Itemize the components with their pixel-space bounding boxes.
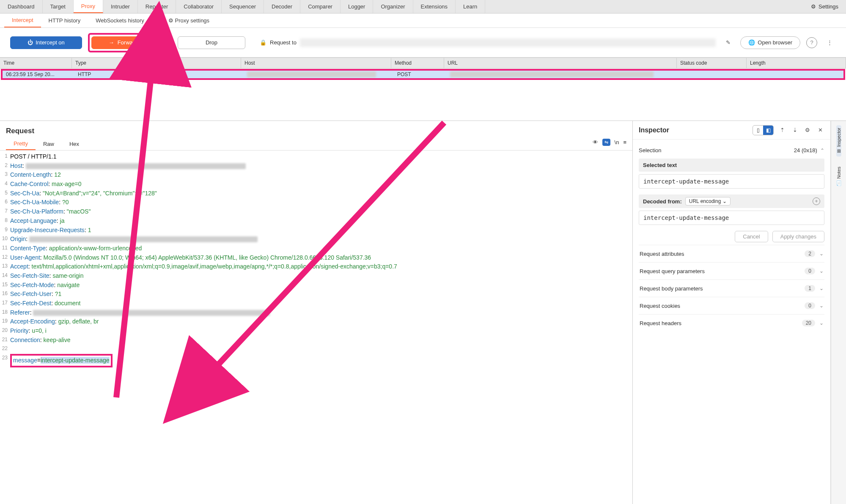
th-direction[interactable]: Direction [146, 58, 241, 68]
hamburger-icon[interactable]: ≡ [623, 139, 626, 145]
drop-button[interactable]: Drop [178, 36, 245, 49]
rail-inspector-tab[interactable]: ⊞ Inspector [836, 125, 841, 156]
arrow-right-icon: → [109, 39, 114, 46]
subtab-intercept[interactable]: Intercept [4, 14, 41, 27]
gear-icon[interactable]: ⚙ [803, 124, 812, 137]
layout-toggle[interactable]: ▯◧ [753, 125, 774, 135]
table-row[interactable]: 06:23:59 15 Sep 20... HTTP Request POST [1, 69, 845, 80]
forward-label: Forward [118, 39, 138, 46]
request-to-label: Request to [270, 39, 297, 46]
inspector-section-request-attributes[interactable]: Request attributes2⌄ [639, 245, 824, 262]
kebab-menu-icon[interactable]: ⋮ [823, 36, 836, 49]
table-body: 06:23:59 15 Sep 20... HTTP Request POST [0, 69, 846, 80]
open-browser-button[interactable]: 🌐 Open browser [740, 36, 800, 49]
tab-comparer[interactable]: Comparer [300, 0, 341, 13]
globe-icon: 🌐 [748, 39, 755, 46]
expand-down-icon[interactable]: ⇣ [791, 124, 799, 137]
settings-button[interactable]: ⚙Settings [803, 0, 846, 13]
power-icon: ⏻ [27, 39, 33, 46]
tab-target[interactable]: Target [43, 0, 74, 13]
inspector-rail-icon: ⊞ [837, 148, 841, 154]
chevron-down-icon: ⌄ [819, 303, 824, 309]
apply-changes-button[interactable]: Apply changes [772, 231, 824, 242]
side-rail: ⊞ Inspector 📄 Notes [831, 121, 846, 504]
intercept-queue-table: TimeTypeDirectionHostMethodURLStatus cod… [0, 58, 846, 121]
tab-intruder[interactable]: Intruder [103, 0, 138, 13]
help-icon[interactable]: ? [806, 37, 817, 48]
main-tab-bar: DashboardTargetProxyIntruderRepeaterColl… [0, 0, 846, 14]
request-tab-hex[interactable]: Hex [62, 138, 87, 150]
gear-icon: ⚙ [168, 17, 173, 24]
chevron-down-icon: ⌄ [159, 39, 164, 46]
chevron-down-icon: ⌄ [722, 198, 727, 204]
th-status-code[interactable]: Status code [677, 58, 747, 68]
rail-notes-tab[interactable]: 📄 Notes [836, 164, 842, 189]
forward-highlight: → Forward ⌄ [88, 33, 172, 52]
inspector-panel: Inspector ▯◧ ⇡ ⇣ ⚙ ✕ Selection 24 (0x18)… [633, 121, 831, 504]
inspector-section-request-headers[interactable]: Request headers20⌄ [639, 314, 824, 331]
cell-time: 06:23:59 15 Sep 20... [3, 71, 74, 78]
tab-learn[interactable]: Learn [456, 0, 485, 13]
th-time[interactable]: Time [0, 58, 72, 68]
intercept-toggle-button[interactable]: ⏻ Intercept on [10, 36, 82, 49]
tab-logger[interactable]: Logger [341, 0, 373, 13]
tab-sequencer[interactable]: Sequencer [222, 0, 264, 13]
request-editor[interactable]: 1POST / HTTP/1.12Host: 3Content-Length: … [0, 151, 632, 504]
cell-direction: Request [148, 71, 244, 78]
newline-icon[interactable]: \n [615, 139, 619, 145]
cell-length [749, 71, 843, 78]
chevron-down-icon: ⌄ [819, 251, 824, 257]
add-decode-icon[interactable]: + [813, 197, 820, 205]
table-header: TimeTypeDirectionHostMethodURLStatus cod… [0, 58, 846, 68]
request-title: Request [0, 121, 632, 138]
subtab-websockets-history[interactable]: WebSockets history [88, 14, 152, 27]
wrap-toggle[interactable]: ⇋ [602, 139, 610, 146]
proxy-settings-link[interactable]: ⚙ Proxy settings [161, 14, 217, 27]
selection-label: Selection [639, 147, 661, 153]
chevron-down-icon: ⌄ [819, 285, 824, 291]
tab-organizer[interactable]: Organizer [373, 0, 413, 13]
eye-off-icon[interactable]: 👁 [593, 139, 598, 145]
proxy-sub-tabs: InterceptHTTP historyWebSockets history⚙… [0, 14, 846, 28]
tab-extensions[interactable]: Extensions [413, 0, 456, 13]
th-type[interactable]: Type [72, 58, 146, 68]
th-length[interactable]: Length [747, 58, 846, 68]
request-host-redacted [300, 38, 716, 47]
open-browser-label: Open browser [758, 39, 792, 46]
tab-decoder[interactable]: Decoder [264, 0, 300, 13]
cell-type: HTTP [74, 71, 148, 78]
request-tab-pretty[interactable]: Pretty [6, 138, 36, 150]
expand-up-icon[interactable]: ⇡ [778, 124, 786, 137]
close-icon[interactable]: ✕ [816, 124, 824, 137]
edit-icon[interactable]: ✎ [722, 36, 734, 49]
request-view-tabs: PrettyRawHex👁⇋\n≡ [0, 138, 632, 151]
decode-method-select[interactable]: URL encoding⌄ [685, 197, 731, 205]
decoded-text-value[interactable]: intercept-update-message [639, 211, 824, 225]
inspector-section-request-query-parameters[interactable]: Request query parameters0⌄ [639, 262, 824, 279]
th-host[interactable]: Host [241, 58, 391, 68]
selection-count: 24 (0x18) [794, 147, 817, 153]
intercept-toolbar: ⏻ Intercept on → Forward ⌄ Drop 🔒 Reques… [0, 28, 846, 58]
request-tab-raw[interactable]: Raw [36, 138, 62, 150]
selected-text-header: Selected text [639, 159, 824, 172]
chevron-down-icon: ⌄ [819, 320, 824, 326]
request-panel: Request PrettyRawHex👁⇋\n≡ 1POST / HTTP/1… [0, 121, 633, 504]
tab-dashboard[interactable]: Dashboard [0, 0, 43, 13]
decoded-from-label: Decoded from: [643, 198, 682, 205]
selected-text-value[interactable]: intercept-update-message [639, 174, 824, 189]
th-method[interactable]: Method [391, 58, 444, 68]
tab-collaborator[interactable]: Collaborator [176, 0, 222, 13]
th-url[interactable]: URL [444, 58, 677, 68]
gear-icon: ⚙ [811, 3, 816, 10]
subtab-http-history[interactable]: HTTP history [41, 14, 88, 27]
forward-dropdown-button[interactable]: ⌄ [155, 36, 168, 49]
request-destination: 🔒 Request to [260, 38, 716, 47]
notes-rail-icon: 📄 [836, 181, 842, 186]
cancel-button[interactable]: Cancel [735, 231, 768, 242]
tab-proxy[interactable]: Proxy [74, 0, 103, 13]
forward-button[interactable]: → Forward [91, 36, 155, 49]
tab-repeater[interactable]: Repeater [138, 0, 176, 13]
inspector-section-request-body-parameters[interactable]: Request body parameters1⌄ [639, 279, 824, 297]
inspector-section-request-cookies[interactable]: Request cookies0⌄ [639, 297, 824, 314]
chevron-up-icon[interactable]: ⌃ [820, 148, 824, 153]
